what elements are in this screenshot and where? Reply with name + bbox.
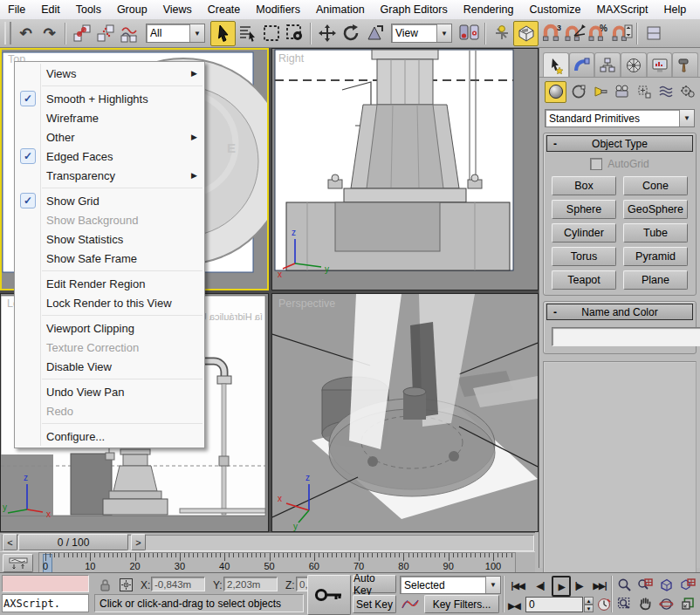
viewport-perspective[interactable]: Perspective <box>271 293 539 532</box>
unlink-selection-icon[interactable] <box>93 22 117 45</box>
set-keys-button[interactable] <box>307 575 351 615</box>
context-item-smooth-highlights[interactable]: ✓Smooth + Highlights <box>15 89 204 108</box>
category-helpers-icon[interactable] <box>635 82 655 102</box>
frame-spinner[interactable]: ▲ ▼ <box>584 597 594 612</box>
teapot-button[interactable]: Teapot <box>552 270 616 290</box>
context-item-disable-view[interactable]: Disable View <box>15 357 204 376</box>
maxscript-macro-recorder[interactable] <box>2 575 89 592</box>
menu-create[interactable]: Create <box>200 1 249 18</box>
viewport-label-perspective[interactable]: Perspective <box>278 297 335 310</box>
sphere-button[interactable]: Sphere <box>552 200 616 219</box>
context-item-edged-faces[interactable]: ✓Edged Faces <box>15 147 204 166</box>
menu-animation[interactable]: Animation <box>308 1 373 18</box>
select-and-manipulate-icon[interactable] <box>490 22 513 45</box>
y-coordinate-field[interactable]: 2,203m <box>223 577 278 591</box>
menu-maxscript[interactable]: MAXScript <box>588 1 655 18</box>
current-frame-field[interactable] <box>525 597 583 612</box>
context-item-transparency[interactable]: Transparency▶ <box>15 166 204 185</box>
zoom-icon[interactable] <box>614 575 635 594</box>
object-name-input[interactable] <box>552 327 700 346</box>
spinner-snap-icon[interactable] <box>609 22 633 45</box>
previous-frame-arrow[interactable]: < <box>3 534 17 550</box>
region-zoom-icon[interactable] <box>614 594 635 613</box>
pyramid-button[interactable]: Pyramid <box>623 247 688 266</box>
zoom-extents-icon[interactable] <box>656 575 677 594</box>
play-button[interactable]: ▶ <box>552 576 571 597</box>
clipped-toolbar-icon[interactable] <box>642 22 665 45</box>
category-cameras-icon[interactable] <box>612 82 632 102</box>
context-item-views[interactable]: Views▶ <box>15 64 204 83</box>
percent-snap-icon[interactable]: % <box>586 22 609 45</box>
go-to-end-button[interactable]: ▶▶| <box>590 577 609 594</box>
select-and-scale-icon[interactable] <box>362 22 386 45</box>
snap-3d-icon[interactable]: 3 <box>539 22 562 45</box>
context-item-lock-render-to-this-view[interactable]: Lock Render to this View <box>15 293 204 312</box>
selection-filter-dropdown[interactable]: All ▼ <box>146 24 205 43</box>
category-shapes-icon[interactable] <box>568 82 588 102</box>
set-key-button[interactable]: Set Key <box>353 595 396 613</box>
default-tangent-curve-icon[interactable] <box>400 595 421 612</box>
tab-motion[interactable] <box>621 52 647 77</box>
context-item-configure[interactable]: Configure... <box>15 427 204 446</box>
key-mode-selection-dropdown[interactable]: Selected ▼ <box>400 576 501 594</box>
maximize-viewport-toggle-icon[interactable] <box>677 594 698 613</box>
menu-rendering[interactable]: Rendering <box>456 1 522 18</box>
go-to-start-button[interactable]: |◀◀ <box>508 577 527 594</box>
bind-to-space-warp-icon[interactable] <box>117 22 141 45</box>
menu-views[interactable]: Views <box>155 1 200 18</box>
selection-lock-icon[interactable] <box>96 576 113 593</box>
category-lights-icon[interactable] <box>590 82 610 102</box>
context-item-show-statistics[interactable]: Show Statistics <box>15 229 204 249</box>
key-filters-button[interactable]: Key Filters... <box>424 595 499 613</box>
menu-file[interactable]: File <box>0 1 33 18</box>
menu-tools[interactable]: Tools <box>68 1 109 18</box>
time-slider-button[interactable]: 0 / 100 <box>18 534 128 550</box>
menu-help[interactable]: Help <box>656 1 695 18</box>
cone-button[interactable]: Cone <box>623 176 688 195</box>
rectangular-selection-region-icon[interactable] <box>259 22 283 45</box>
x-coordinate-field[interactable]: -0,843m <box>151 577 205 591</box>
use-pivot-point-center-icon[interactable] <box>457 22 481 45</box>
viewport-right[interactable]: Right <box>271 48 539 290</box>
zoom-all-icon[interactable] <box>635 575 655 594</box>
tab-create[interactable] <box>543 52 569 77</box>
select-and-rotate-icon[interactable] <box>339 22 362 45</box>
select-and-move-icon[interactable] <box>315 22 339 45</box>
plane-button[interactable]: Plane <box>623 270 688 290</box>
undo-icon[interactable]: ↶ <box>14 22 38 45</box>
object-type-header[interactable]: - Object Type <box>546 135 693 152</box>
tab-modify[interactable] <box>569 52 595 77</box>
context-item-other[interactable]: Other▶ <box>15 127 204 147</box>
menu-customize[interactable]: Customize <box>521 1 588 18</box>
context-item-show-safe-frame[interactable]: Show Safe Frame <box>15 249 204 268</box>
zoom-extents-all-icon[interactable] <box>677 575 698 594</box>
cylinder-button[interactable]: Cylinder <box>552 223 616 243</box>
previous-frame-button[interactable]: ◀| <box>532 577 548 594</box>
context-item-edit-render-region[interactable]: Edit Render Region <box>15 274 204 293</box>
category-systems-icon[interactable] <box>678 82 698 102</box>
name-color-header[interactable]: - Name and Color <box>546 304 693 320</box>
maxscript-listener[interactable]: AXScript. <box>2 594 89 612</box>
auto-key-button[interactable]: Auto Key <box>353 575 396 593</box>
select-object-icon[interactable] <box>210 21 236 46</box>
context-item-undo-view-pan[interactable]: Undo View Pan <box>15 382 204 401</box>
context-item-viewport-clipping[interactable]: Viewport Clipping <box>15 318 204 338</box>
category-space-warps-icon[interactable] <box>656 82 676 102</box>
tube-button[interactable]: Tube <box>623 223 688 243</box>
tab-display[interactable] <box>647 52 673 77</box>
next-frame-button[interactable]: |▶ <box>571 577 587 594</box>
menu-group[interactable]: Group <box>109 1 155 18</box>
angle-snap-icon[interactable] <box>562 22 586 45</box>
menu-edit[interactable]: Edit <box>33 1 68 18</box>
menu-modifiers[interactable]: Modifiers <box>248 1 308 18</box>
context-item-wireframe[interactable]: Wireframe <box>15 108 204 127</box>
tab-hierarchy[interactable] <box>594 52 621 77</box>
arc-rotate-icon[interactable] <box>656 594 677 613</box>
select-by-name-icon[interactable] <box>236 22 259 45</box>
window-crossing-icon[interactable] <box>283 22 306 45</box>
trackbar-ruler[interactable]: 0102030405060708090100 <box>38 552 516 574</box>
autogrid-checkbox[interactable] <box>590 158 602 170</box>
menu-graph-editors[interactable]: Graph Editors <box>373 1 456 18</box>
time-configuration-icon[interactable] <box>595 596 613 613</box>
mini-curve-editor-button[interactable] <box>3 554 33 572</box>
